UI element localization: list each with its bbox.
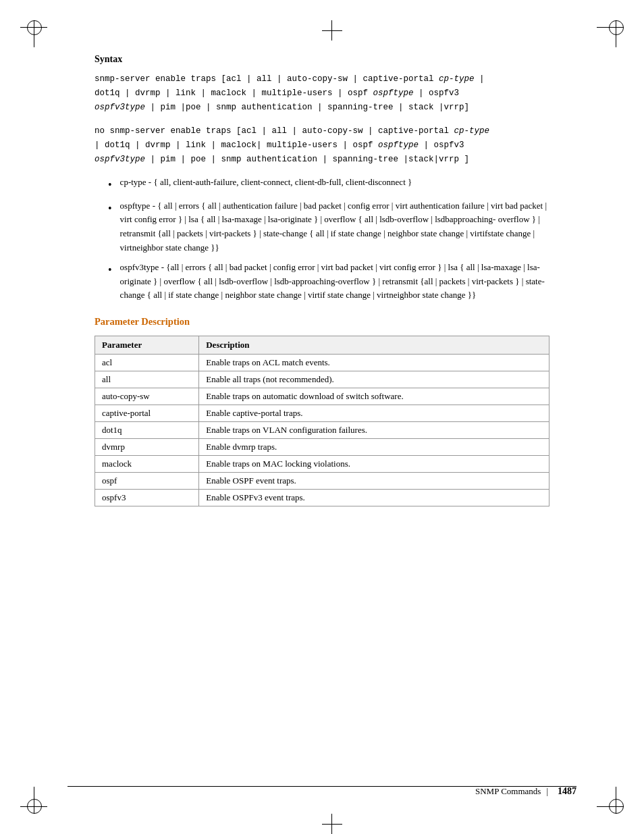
syntax-command-1: snmp-server enable traps [acl | all | au… (95, 72, 549, 114)
corner-mark-tr (597, 20, 624, 47)
footer-separator: | (546, 786, 548, 797)
syntax-title: Syntax (95, 54, 549, 65)
param-col-header: Parameter (95, 336, 199, 355)
footer: SNMP Commands | 1487 (68, 786, 576, 797)
bullet-dot-1: • (108, 176, 112, 194)
desc-cell: Enable OSPF event traps. (199, 473, 549, 490)
table-row: ospfEnable OSPF event traps. (95, 473, 549, 490)
table-row: allEnable all traps (not recommended). (95, 371, 549, 388)
param-cell: ospfv3 (95, 490, 199, 506)
desc-col-header: Description (199, 336, 549, 355)
bullet-list: • cp-type - { all, client-auth-failure, … (108, 176, 549, 303)
corner-mark-br (597, 787, 624, 814)
corner-mark-tl (20, 20, 47, 47)
param-cell: auto-copy-sw (95, 388, 199, 405)
bullet-item-ospftype: • ospftype - { all | errors { all | auth… (108, 199, 549, 255)
bullet-item-cptype: • cp-type - { all, client-auth-failure, … (108, 176, 549, 194)
syntax-command-2: no snmp-server enable traps [acl | all |… (95, 124, 549, 166)
table-row: auto-copy-swEnable traps on automatic do… (95, 388, 549, 405)
syntax-cmd2-text: no snmp-server enable traps [acl | all |… (95, 126, 489, 164)
param-cell: captive-portal (95, 405, 199, 422)
bullet-content-ospfv3type: ospfv3type - {all | errors { all | bad p… (120, 261, 549, 303)
corner-mark-bl (20, 787, 47, 814)
desc-cell: Enable traps on VLAN configuration failu… (199, 422, 549, 439)
footer-page-number: 1487 (558, 786, 576, 797)
desc-cell: Enable traps on ACL match events. (199, 355, 549, 371)
param-cell: all (95, 371, 199, 388)
param-section-title: Parameter Description (95, 316, 549, 328)
param-cell: ospf (95, 473, 199, 490)
param-cell: dot1q (95, 422, 199, 439)
page: Syntax snmp-server enable traps [acl | a… (0, 0, 644, 834)
bullet-content-cptype: cp-type - { all, client-auth-failure, cl… (120, 176, 549, 194)
syntax-cmd1-text: snmp-server enable traps [acl | all | au… (95, 74, 485, 112)
desc-cell: Enable dvmrp traps. (199, 439, 549, 456)
desc-cell: Enable all traps (not recommended). (199, 371, 549, 388)
table-row: dvmrpEnable dvmrp traps. (95, 439, 549, 456)
table-row: dot1qEnable traps on VLAN configuration … (95, 422, 549, 439)
bullet-item-ospfv3type: • ospfv3type - {all | errors { all | bad… (108, 261, 549, 303)
table-row: maclockEnable traps on MAC locking viola… (95, 456, 549, 473)
desc-cell: Enable traps on automatic download of sw… (199, 388, 549, 405)
bullet-dot-3: • (108, 261, 112, 303)
desc-cell: Enable captive-portal traps. (199, 405, 549, 422)
param-cell: maclock (95, 456, 199, 473)
main-content: Syntax snmp-server enable traps [acl | a… (68, 54, 576, 506)
table-row: ospfv3Enable OSPFv3 event traps. (95, 490, 549, 506)
param-cell: dvmrp (95, 439, 199, 456)
desc-cell: Enable traps on MAC locking violations. (199, 456, 549, 473)
footer-section-label: SNMP Commands (475, 786, 541, 797)
table-row: captive-portalEnable captive-portal trap… (95, 405, 549, 422)
param-table: Parameter Description aclEnable traps on… (95, 336, 549, 506)
param-cell: acl (95, 355, 199, 371)
table-row: aclEnable traps on ACL match events. (95, 355, 549, 371)
desc-cell: Enable OSPFv3 event traps. (199, 490, 549, 506)
bullet-content-ospftype: ospftype - { all | errors { all | authen… (120, 199, 549, 255)
bullet-dot-2: • (108, 200, 112, 255)
